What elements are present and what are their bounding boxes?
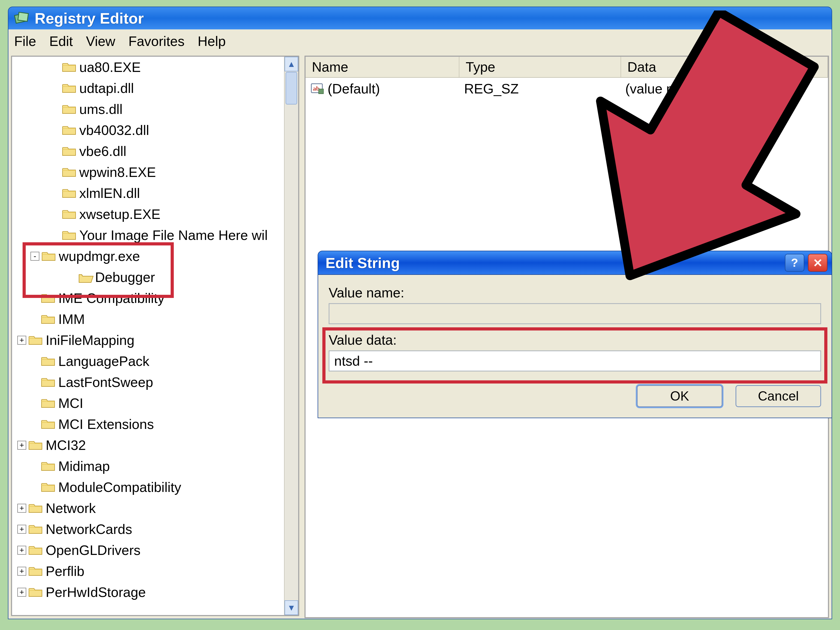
menu-file[interactable]: File bbox=[14, 33, 36, 49]
ok-button[interactable]: OK bbox=[637, 385, 722, 407]
folder-icon bbox=[28, 545, 43, 556]
folder-icon bbox=[62, 208, 77, 220]
scroll-thumb[interactable] bbox=[286, 72, 297, 104]
tree-item[interactable]: +OpenGLDrivers bbox=[15, 540, 283, 561]
folder-icon bbox=[62, 166, 77, 178]
tree-item[interactable]: udtapi.dll bbox=[15, 78, 283, 99]
expand-icon[interactable]: + bbox=[17, 546, 26, 555]
list-header: Name Type Data bbox=[306, 57, 828, 78]
tree-item-label: xwsetup.EXE bbox=[79, 206, 160, 222]
tree-item-label: ModuleCompatibility bbox=[58, 479, 181, 495]
menubar: File Edit View Favorites Help bbox=[8, 29, 832, 53]
tree-item-label: MCI Extensions bbox=[58, 416, 154, 432]
tree-item[interactable]: ums.dll bbox=[15, 99, 283, 120]
menu-favorites[interactable]: Favorites bbox=[128, 33, 185, 49]
expand-icon[interactable]: + bbox=[17, 588, 26, 597]
value-data-label: Value data: bbox=[328, 332, 821, 348]
collapse-icon[interactable]: - bbox=[30, 252, 39, 261]
tree-pane: ua80.EXEudtapi.dllums.dllvb40032.dllvbe6… bbox=[11, 56, 299, 616]
folder-icon bbox=[41, 313, 56, 325]
tree-scrollbar[interactable]: ▲ ▼ bbox=[284, 57, 298, 615]
tree-item-label: ums.dll bbox=[79, 101, 123, 117]
tree-item[interactable]: Your Image File Name Here wil bbox=[15, 225, 283, 246]
tree-item-label: Your Image File Name Here wil bbox=[79, 227, 268, 243]
tree-item-label: OpenGLDrivers bbox=[46, 542, 141, 558]
tree-item[interactable]: vb40032.dll bbox=[15, 120, 283, 141]
tree-item-label: Perflib bbox=[46, 563, 84, 579]
folder-icon bbox=[62, 103, 77, 115]
col-name[interactable]: Name bbox=[306, 57, 459, 77]
expand-icon[interactable]: + bbox=[17, 441, 26, 450]
titlebar: Registry Editor bbox=[8, 6, 832, 29]
folder-icon bbox=[41, 355, 56, 367]
tree-item[interactable]: LastFontSweep bbox=[15, 372, 283, 393]
tree-item[interactable]: +PerHwIdStorage bbox=[15, 582, 283, 603]
tree-item[interactable]: +Network bbox=[15, 498, 283, 519]
folder-icon bbox=[41, 482, 56, 493]
expand-icon[interactable]: + bbox=[17, 525, 26, 534]
folder-icon bbox=[41, 250, 56, 262]
dialog-help-button[interactable]: ? bbox=[785, 254, 804, 272]
tree-item[interactable]: Midimap bbox=[15, 456, 283, 477]
tree-item[interactable]: -wupdmgr.exe bbox=[15, 246, 283, 267]
folder-icon bbox=[28, 439, 43, 451]
folder-icon bbox=[62, 125, 77, 136]
folder-icon bbox=[41, 418, 56, 430]
tree-item[interactable]: xwsetup.EXE bbox=[15, 204, 283, 225]
expand-icon[interactable]: + bbox=[17, 567, 26, 576]
edit-string-dialog: Edit String ? ✕ Value name: Value data: … bbox=[317, 251, 832, 418]
dialog-titlebar[interactable]: Edit String ? ✕ bbox=[317, 251, 832, 275]
tree-item[interactable]: ua80.EXE bbox=[15, 57, 283, 78]
tree-item[interactable]: MCI bbox=[15, 393, 283, 414]
tree-item-label: xlmlEN.dll bbox=[79, 185, 140, 201]
dialog-close-button[interactable]: ✕ bbox=[808, 254, 827, 272]
regedit-icon bbox=[14, 11, 29, 26]
folder-icon bbox=[62, 62, 77, 73]
scroll-up-icon[interactable]: ▲ bbox=[284, 57, 298, 71]
scroll-down-icon[interactable]: ▼ bbox=[284, 600, 298, 615]
window-title: Registry Editor bbox=[35, 9, 144, 27]
tree-item[interactable]: IMM bbox=[15, 309, 283, 330]
col-data[interactable]: Data bbox=[621, 57, 828, 77]
expand-icon[interactable]: + bbox=[17, 336, 26, 345]
cancel-button[interactable]: Cancel bbox=[736, 385, 821, 407]
folder-icon bbox=[28, 502, 43, 514]
tree-item-label: IMM bbox=[58, 311, 85, 327]
tree-item[interactable]: +IniFileMapping bbox=[15, 330, 283, 351]
tree-item[interactable]: IME Compatibility bbox=[15, 288, 283, 309]
folder-icon bbox=[62, 82, 77, 94]
folder-icon bbox=[41, 292, 56, 304]
string-value-icon bbox=[311, 82, 324, 95]
value-data-input[interactable] bbox=[328, 351, 821, 371]
tree-item[interactable]: vbe6.dll bbox=[15, 141, 283, 162]
folder-icon bbox=[28, 586, 43, 598]
tree-item[interactable]: Debugger bbox=[15, 267, 283, 288]
tree-item-label: vb40032.dll bbox=[79, 122, 149, 138]
tree-item[interactable]: xlmlEN.dll bbox=[15, 183, 283, 204]
row-data: (value not set) bbox=[619, 81, 828, 96]
tree-item[interactable]: +NetworkCards bbox=[15, 519, 283, 540]
folder-icon bbox=[41, 398, 56, 409]
tree-item[interactable]: +Perflib bbox=[15, 561, 283, 582]
dialog-title: Edit String bbox=[325, 254, 400, 272]
row-type: REG_SZ bbox=[458, 81, 619, 96]
col-type[interactable]: Type bbox=[459, 57, 621, 77]
tree-item[interactable]: +MCI32 bbox=[15, 435, 283, 456]
tree-item-label: LanguagePack bbox=[58, 353, 149, 369]
tree-item[interactable]: LanguagePack bbox=[15, 351, 283, 372]
expand-icon[interactable]: + bbox=[17, 504, 26, 513]
tree-item-label: ua80.EXE bbox=[79, 59, 141, 75]
folder-icon bbox=[28, 335, 43, 346]
folder-icon bbox=[28, 565, 43, 577]
value-name-input[interactable] bbox=[328, 303, 821, 324]
list-row[interactable]: (Default) REG_SZ (value not set) bbox=[306, 78, 828, 100]
tree-item-label: IniFileMapping bbox=[46, 332, 134, 348]
folder-icon bbox=[62, 145, 77, 157]
menu-edit[interactable]: Edit bbox=[49, 33, 73, 49]
menu-view[interactable]: View bbox=[86, 33, 115, 49]
tree-item[interactable]: ModuleCompatibility bbox=[15, 477, 283, 498]
menu-help[interactable]: Help bbox=[198, 33, 226, 49]
folder-icon bbox=[62, 188, 77, 199]
tree-item[interactable]: MCI Extensions bbox=[15, 414, 283, 435]
tree-item[interactable]: wpwin8.EXE bbox=[15, 162, 283, 183]
